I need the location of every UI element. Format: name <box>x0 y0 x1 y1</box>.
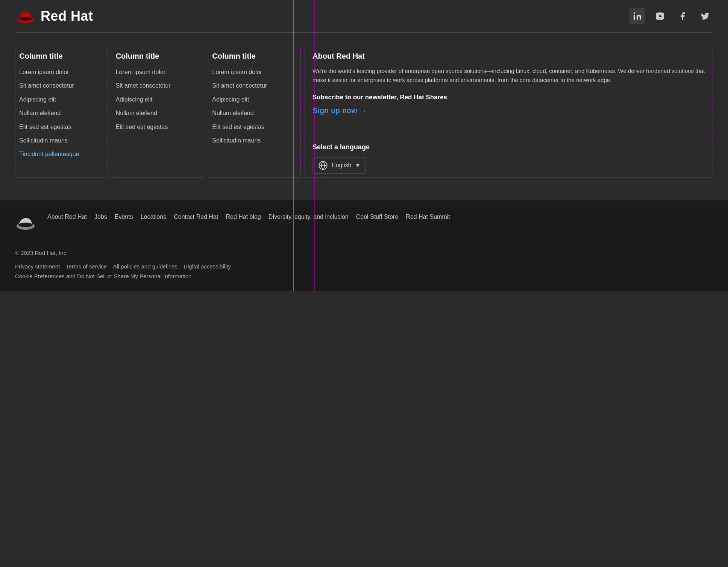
language-title: Select a language <box>312 143 705 151</box>
list-item: Elit sed est egestas <box>212 123 293 131</box>
list-item: Nullam eleifend <box>116 109 197 117</box>
footer-logo-icon <box>15 212 36 233</box>
footer-link-locations[interactable]: Locations <box>141 212 167 223</box>
social-icons-area <box>629 8 713 24</box>
footer-link-about[interactable]: About Red Hat <box>47 212 87 223</box>
list-item: Sollicitudin mauris <box>212 136 293 145</box>
language-selector[interactable]: English ▼ <box>312 157 366 174</box>
column-3-link-5[interactable]: Elit sed est egestas <box>212 124 264 130</box>
twitter-icon <box>701 12 710 21</box>
column-3-title: Column title <box>212 52 293 61</box>
column-1-link-3[interactable]: Adipiscing elit <box>19 96 56 103</box>
column-1-title: Column title <box>19 52 100 61</box>
copyright-text: © 2023 Red Hat, Inc. <box>15 250 713 256</box>
language-value: English <box>332 162 351 169</box>
footer-logo <box>15 212 36 234</box>
column-3-links: Lorem ipsum dolor Sit amet consectetur A… <box>212 68 293 145</box>
logo-text: Red Hat <box>41 8 93 24</box>
column-1-links: Lorem ipsum dolor Sit amet consectetur A… <box>19 68 100 159</box>
facebook-link[interactable] <box>675 8 690 24</box>
footer-links-area: About Red Hat Jobs Events Locations Cont… <box>47 212 713 226</box>
footer-column-2: Column title Lorem ipsum dolor Sit amet … <box>112 48 205 178</box>
svg-point-2 <box>634 12 635 14</box>
about-section: About Red Hat We're the world's leading … <box>305 48 713 178</box>
globe-icon <box>318 161 328 170</box>
legal-link-policies[interactable]: All policies and guidelines <box>113 261 184 271</box>
language-divider <box>312 134 705 134</box>
column-3-link-1[interactable]: Lorem ipsum dolor <box>212 69 262 75</box>
footer-column-3: Column title Lorem ipsum dolor Sit amet … <box>208 48 301 178</box>
about-title: About Red Hat <box>312 52 705 61</box>
newsletter-title: Subscribe to our newsletter, Red Hat Sha… <box>312 94 705 101</box>
list-item: Nullam eleifend <box>19 109 100 117</box>
footer-link-cool-store[interactable]: Cool Stuff Store <box>356 212 399 223</box>
footer-link-events[interactable]: Events <box>115 212 133 223</box>
column-2-link-1[interactable]: Lorem ipsum dolor <box>116 69 166 75</box>
svg-point-5 <box>18 223 33 227</box>
list-item: Adipiscing elit <box>19 96 100 104</box>
logo-area: Red Hat <box>15 8 93 25</box>
list-item: Lorem ipsum dolor <box>116 68 197 76</box>
legal-link-privacy[interactable]: Privacy statement <box>15 261 66 271</box>
column-1-link-7[interactable]: Tincidunt pellentesque <box>19 151 79 157</box>
linkedin-icon <box>633 12 642 21</box>
column-1-link-6[interactable]: Sollicitudin mauris <box>19 137 68 144</box>
redhat-logo-icon <box>15 8 35 25</box>
linkedin-link[interactable] <box>629 8 645 24</box>
signup-link[interactable]: Sign up now → <box>312 106 367 115</box>
column-3-link-3[interactable]: Adipiscing elit <box>212 96 249 103</box>
columns-area: Column title Lorem ipsum dolor Sit amet … <box>15 48 301 178</box>
youtube-link[interactable] <box>652 8 668 24</box>
column-3-link-2[interactable]: Sit amet consectetur <box>212 82 267 89</box>
list-item: Sollicitudin mauris <box>19 136 100 145</box>
footer-nav-links: About Red Hat Jobs Events Locations Cont… <box>47 212 713 223</box>
list-item: Adipiscing elit <box>212 96 293 104</box>
footer-link-jobs[interactable]: Jobs <box>94 212 107 223</box>
list-item: Lorem ipsum dolor <box>212 68 293 76</box>
footer-link-contact[interactable]: Contact Red Hat <box>174 212 218 223</box>
list-item: Tincidunt pellentesque <box>19 150 100 158</box>
youtube-icon <box>655 12 664 21</box>
column-2-link-3[interactable]: Adipiscing elit <box>116 96 153 103</box>
dropdown-arrow-icon: ▼ <box>355 162 360 168</box>
twitter-link[interactable] <box>697 8 713 24</box>
site-header: Red Hat <box>0 0 728 32</box>
footer-legal-divider <box>15 242 713 242</box>
main-content: Column title Lorem ipsum dolor Sit amet … <box>0 33 728 200</box>
column-2-link-4[interactable]: Nullam eleifend <box>116 110 157 116</box>
list-item: Elit sed est egestas <box>116 123 197 131</box>
column-1-link-1[interactable]: Lorem ipsum dolor <box>19 69 69 75</box>
footer-link-summit[interactable]: Red Hat Summit <box>406 212 450 223</box>
column-2-links: Lorem ipsum dolor Sit amet consectetur A… <box>116 68 197 131</box>
footer-legal-links: Privacy statement Terms of service All p… <box>15 261 713 271</box>
legal-link-terms[interactable]: Terms of service <box>66 261 113 271</box>
footer-link-diversity[interactable]: Diversity, equity, and inclusion <box>268 212 349 223</box>
list-item: Sit amet consectetur <box>116 82 197 90</box>
column-1-link-4[interactable]: Nullam eleifend <box>19 110 61 116</box>
facebook-icon <box>678 12 687 21</box>
list-item: Sit amet consectetur <box>19 82 100 90</box>
list-item: Adipiscing elit <box>116 96 197 104</box>
column-2-link-5[interactable]: Elit sed est egestas <box>116 124 168 130</box>
cookie-preferences-link[interactable]: Cookie Preferences and Do Not Sell or Sh… <box>15 273 713 279</box>
footer-column-1: Column title Lorem ipsum dolor Sit amet … <box>15 48 108 178</box>
column-3-link-6[interactable]: Sollicitudin mauris <box>212 137 261 144</box>
column-3-link-4[interactable]: Nullam eleifend <box>212 110 253 116</box>
list-item: Nullam eleifend <box>212 109 293 117</box>
column-2-link-2[interactable]: Sit amet consectetur <box>116 82 171 89</box>
column-1-link-5[interactable]: Elit sed est egestas <box>19 124 71 130</box>
list-item: Elit sed est egestas <box>19 123 100 131</box>
footer-nav: About Red Hat Jobs Events Locations Cont… <box>15 212 713 234</box>
list-item: Lorem ipsum dolor <box>19 68 100 76</box>
column-1-link-2[interactable]: Sit amet consectetur <box>19 82 74 89</box>
column-2-title: Column title <box>116 52 197 61</box>
list-item: Sit amet consectetur <box>212 82 293 90</box>
svg-point-1 <box>18 17 32 21</box>
bottom-footer: About Red Hat Jobs Events Locations Cont… <box>0 200 728 291</box>
about-description: We're the world's leading provider of en… <box>312 67 705 85</box>
footer-link-blog[interactable]: Red Hat blog <box>226 212 261 223</box>
legal-link-accessibility[interactable]: Digital accessibility <box>184 261 237 271</box>
